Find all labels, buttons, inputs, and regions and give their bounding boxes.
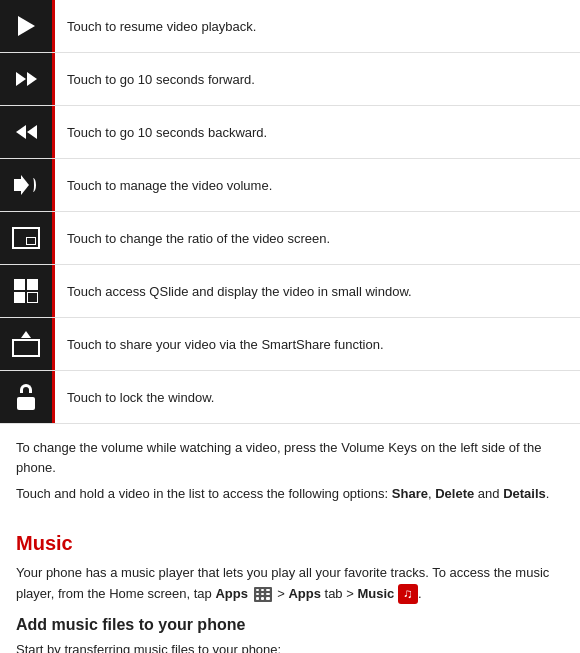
table-row: Touch to resume video playback. [0, 0, 580, 53]
fast-forward-icon-cell [0, 53, 52, 105]
table-row: Touch to manage the video volume. [0, 159, 580, 212]
music-bold: Music [357, 586, 394, 601]
qslide-icon-cell [0, 265, 52, 317]
lock-row-text: Touch to lock the window. [52, 371, 580, 423]
volume-note: To change the volume while watching a vi… [16, 438, 564, 478]
ratio-icon-cell [0, 212, 52, 264]
details-bold: Details [503, 486, 546, 501]
apps2-bold: Apps [288, 586, 321, 601]
rew-row-text: Touch to go 10 seconds backward. [52, 106, 580, 158]
vol-row-text: Touch to manage the video volume. [52, 159, 580, 211]
period: . [546, 486, 550, 501]
and-text: and [474, 486, 503, 501]
play-row-text: Touch to resume video playback. [52, 0, 580, 52]
table-row: Touch to go 10 seconds backward. [0, 106, 580, 159]
music-heading: Music [16, 532, 564, 555]
play-icon-cell [0, 0, 52, 52]
add-music-heading: Add music files to your phone [16, 616, 564, 634]
qslide-row-text: Touch access QSlide and display the vide… [52, 265, 580, 317]
body-text-section: To change the volume while watching a vi… [0, 424, 580, 518]
volume-icon-cell [0, 159, 52, 211]
table-row: Touch to go 10 seconds forward. [0, 53, 580, 106]
delete-bold: Delete [435, 486, 474, 501]
hold-note: Touch and hold a video in the list to ac… [16, 484, 564, 504]
smartshare-icon-cell [0, 318, 52, 370]
lock-icon-cell [0, 371, 52, 423]
music-description: Your phone has a music player that lets … [16, 563, 564, 604]
share-bold: Share [392, 486, 428, 501]
fast-forward-icon [8, 61, 44, 97]
add-music-intro: Start by transferring music files to you… [0, 640, 580, 653]
qslide-icon [8, 273, 44, 309]
arrow-separator: > [277, 586, 288, 601]
apps-grid-icon [254, 587, 272, 602]
music-note-icon: ♫ [398, 584, 418, 604]
ratio-row-text: Touch to change the ratio of the video s… [52, 212, 580, 264]
table-row: Touch to change the ratio of the video s… [0, 212, 580, 265]
music-period: . [418, 586, 422, 601]
ratio-icon [8, 220, 44, 256]
volume-icon [8, 167, 44, 203]
smartshare-row-text: Touch to share your video via the SmartS… [52, 318, 580, 370]
ff-row-text: Touch to go 10 seconds forward. [52, 53, 580, 105]
table-row: Touch to lock the window. [0, 371, 580, 424]
table-row: Touch access QSlide and display the vide… [0, 265, 580, 318]
rewind-icon-cell [0, 106, 52, 158]
table-row: Touch to share your video via the SmartS… [0, 318, 580, 371]
music-body: Your phone has a music player that lets … [0, 563, 580, 604]
icon-table: Touch to resume video playback. Touch to… [0, 0, 580, 424]
apps1-bold: Apps [215, 586, 248, 601]
lock-icon [8, 379, 44, 415]
smartshare-icon [8, 326, 44, 362]
tab-text: tab > [321, 586, 358, 601]
play-icon [8, 8, 44, 44]
rewind-icon [8, 114, 44, 150]
hold-note-prefix: Touch and hold a video in the list to ac… [16, 486, 392, 501]
